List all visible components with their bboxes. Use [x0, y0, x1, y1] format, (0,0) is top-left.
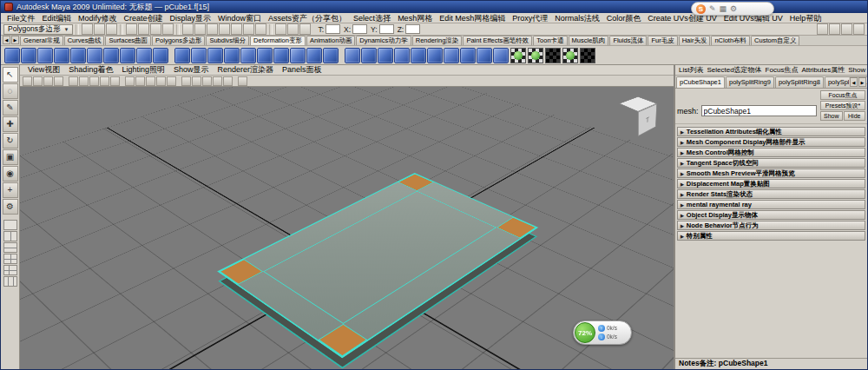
shelf-tab[interactable]: nCloth布料 [711, 36, 750, 45]
viewport-menu-item[interactable]: Renderer渲染器 [213, 64, 278, 76]
selection-mask-icon[interactable] [138, 23, 149, 35]
shelf-tool-icon[interactable] [477, 48, 492, 63]
accel-ball-widget[interactable]: 72% ↑ 0k/s ↓ 0k/s [573, 320, 632, 345]
move-tool-button[interactable]: ✚ [3, 116, 18, 132]
notes-bar[interactable]: Notes备注: pCubeShape1 [675, 358, 867, 369]
sidebar-toggle-icon[interactable] [853, 23, 865, 35]
menu-item[interactable]: Normals法线 [551, 13, 603, 23]
viewport-toolbar-icon[interactable] [33, 76, 43, 86]
shelf-tool-icon[interactable] [427, 48, 443, 63]
attribute-editor-menu-item[interactable]: Focus焦点 [764, 65, 800, 75]
sidebar-toggle-icon[interactable] [829, 23, 840, 35]
soft-mod-tool-button[interactable]: ◉ [3, 166, 18, 182]
shelf-tab[interactable]: Deformation变形 [250, 36, 306, 45]
menu-item[interactable]: Display显示 [167, 13, 215, 23]
ae-section-bar[interactable]: ▶ Displacement Map置换贴图 [677, 179, 865, 188]
viewport-menu-item[interactable]: View视图 [23, 64, 64, 76]
viewport-toolbar-icon[interactable] [110, 76, 120, 86]
menu-item[interactable]: Color颜色 [603, 13, 645, 23]
tab-scroll-icon[interactable]: ◀ [850, 77, 858, 87]
shelf-tab[interactable]: Rendering渲染 [412, 36, 463, 45]
sogou-logo-icon[interactable]: S [696, 4, 706, 14]
presets-button[interactable]: Presets预设* [820, 101, 865, 110]
snap-mode-icon[interactable] [207, 23, 218, 35]
shelf-tool-icon[interactable] [290, 48, 306, 63]
shelf-tab[interactable]: Dynamics动力学 [356, 36, 411, 45]
shelf-tool-icon[interactable] [306, 48, 322, 63]
snap-mode-icon[interactable] [194, 23, 206, 35]
viewport-toolbar-icon[interactable] [23, 76, 32, 86]
shelf-tool-icon[interactable] [240, 48, 256, 63]
ae-section-bar[interactable]: ▶ Tessellation Attributes细化属性 [677, 127, 865, 136]
sidebar-toggle-icon[interactable] [841, 23, 852, 35]
hide-button[interactable]: Hide [844, 111, 866, 121]
shelf-special-icon[interactable] [580, 48, 595, 63]
last-tool-button[interactable]: ⚙ [3, 199, 18, 215]
viewport-toolbar-icon[interactable] [181, 76, 191, 86]
viewport-toolbar-icon[interactable] [192, 76, 201, 86]
file-tool-icon[interactable] [106, 23, 117, 35]
viewport-toolbar-icon[interactable] [156, 76, 166, 86]
shelf-tab[interactable]: Curves曲线 [64, 36, 105, 45]
shelf-tool-icon[interactable] [4, 48, 20, 63]
shelf-tool-icon[interactable] [153, 48, 168, 63]
snap-mode-icon[interactable] [255, 23, 266, 35]
ime-toolbar[interactable]: S ✎ ▦ ⚙ [691, 2, 774, 16]
tab-scroll-icon[interactable]: ▶ [858, 77, 866, 87]
viewport-toolbar-icon[interactable] [89, 76, 99, 86]
layout-shortcut-button[interactable] [3, 220, 17, 230]
ae-section-bar[interactable]: ▶ Node Behavior节点行为 [677, 221, 865, 230]
shelf-tab[interactable]: Animation动画 [306, 36, 355, 45]
accel-percent-badge[interactable]: 72% [575, 322, 595, 343]
menu-item[interactable]: Assets资产（分享包） [265, 13, 350, 23]
viewport-canvas[interactable]: T 72% ↑ 0k/s ↓ 0k/s [20, 87, 674, 369]
ime-keyboard-icon[interactable]: ▦ [720, 4, 727, 14]
selected-face[interactable] [398, 174, 433, 191]
viewport-toolbar-icon[interactable] [79, 76, 89, 86]
show-button[interactable]: Show [820, 111, 843, 121]
snap-mode-icon[interactable] [219, 23, 230, 35]
coordinate-input[interactable] [405, 24, 420, 34]
shelf-tool-icon[interactable] [87, 48, 102, 63]
lasso-tool-button[interactable]: ◌ [3, 83, 18, 99]
node-tab[interactable]: polySplitRing8 [775, 76, 824, 88]
layout-shortcut-button[interactable] [3, 265, 17, 275]
coordinate-input[interactable] [326, 24, 340, 34]
rotate-tool-button[interactable]: ↻ [3, 133, 18, 149]
viewport-toolbar-icon[interactable] [167, 76, 176, 86]
menu-item[interactable]: Help帮助 [786, 13, 825, 23]
shelf-tool-icon[interactable] [70, 48, 86, 63]
menu-set-dropdown[interactable]: Polygons多边形 ▼ [3, 24, 73, 35]
shelf-tool-icon[interactable] [493, 48, 509, 63]
coordinate-input[interactable] [379, 24, 394, 34]
sidebar-toggle-icon[interactable] [817, 23, 828, 35]
menu-item[interactable]: Edit编辑 [39, 13, 76, 23]
show-manipulator-button[interactable]: + [3, 182, 18, 198]
ae-section-bar[interactable]: ▶ Smooth Mesh Preview平滑网格预览 [677, 168, 865, 178]
menu-item[interactable]: Window窗口 [214, 13, 265, 23]
shelf-tool-icon[interactable] [361, 48, 377, 63]
viewport-toolbar-icon[interactable] [54, 76, 63, 86]
shelf-tool-icon[interactable] [323, 48, 339, 63]
shelf-scroll-right-icon[interactable]: ▶ [11, 36, 19, 44]
shelf-tool-icon[interactable] [37, 48, 53, 63]
viewport-toolbar-icon[interactable] [100, 76, 109, 86]
layout-shortcut-button[interactable] [3, 276, 17, 287]
selection-mask-icon[interactable] [162, 23, 174, 35]
ae-section-bar[interactable]: ▶ Tangent Space切线空间 [677, 158, 865, 168]
ae-section-bar[interactable]: ▶ mental raymental ray [677, 200, 865, 209]
shelf-tab[interactable]: General常规 [20, 36, 63, 45]
shelf-tool-icon[interactable] [394, 48, 410, 63]
selection-mask-icon[interactable] [126, 23, 137, 35]
shelf-tab[interactable]: Subdivs细分 [206, 36, 249, 45]
snap-mode-icon[interactable] [182, 23, 194, 35]
selection-mask-icon[interactable] [150, 23, 161, 35]
snap-mode-icon[interactable] [243, 23, 254, 35]
attribute-editor-menu-item[interactable]: Show [846, 66, 867, 74]
shelf-tool-icon[interactable] [224, 48, 240, 63]
shelf-tool-icon[interactable] [460, 48, 476, 63]
layout-shortcut-button[interactable] [3, 231, 17, 241]
shelf-tool-icon[interactable] [54, 48, 69, 63]
shelf-tab[interactable]: Custom自定义 [751, 36, 799, 45]
shelf-tool-icon[interactable] [345, 48, 360, 63]
